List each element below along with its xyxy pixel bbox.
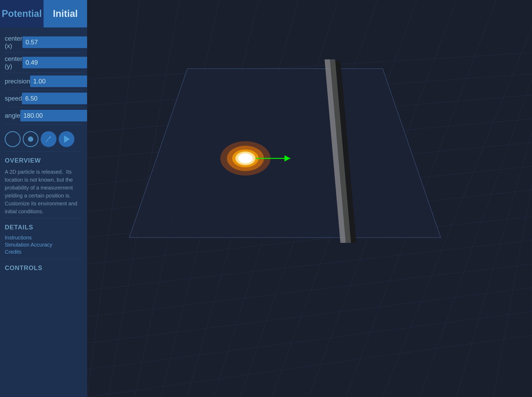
scene-3d <box>87 0 532 397</box>
controls-title: CONTROLS <box>5 264 82 272</box>
param-label-precision: precision <box>5 78 30 85</box>
circle-outline-button[interactable] <box>5 131 21 147</box>
credits-link[interactable]: Credits <box>5 249 82 255</box>
param-row-speed: speed <box>5 90 82 107</box>
main-3d-view[interactable] <box>87 0 532 397</box>
param-row-precision: precision <box>5 73 82 90</box>
control-buttons <box>0 127 87 151</box>
pencil-button[interactable] <box>41 131 56 147</box>
details-title: DETAILS <box>5 224 82 231</box>
controls-section: CONTROLS <box>0 259 87 278</box>
svg-line-1 <box>46 141 46 142</box>
tab-initial[interactable]: Initial <box>44 0 87 27</box>
circle-dot-button[interactable] <box>23 131 39 147</box>
instructions-link[interactable]: Instructions <box>5 235 82 241</box>
simulation-accuracy-link[interactable]: Simulation Accuracy <box>5 242 82 248</box>
tab-potential-label: Potential <box>2 8 42 19</box>
param-label-angle: angle <box>5 112 20 119</box>
pencil-icon <box>45 135 52 143</box>
details-section: DETAILS Instructions Simulation Accuracy… <box>0 218 87 259</box>
sidebar: Potential Initial center (x) center (y) … <box>0 0 87 397</box>
params-section: center (x) center (y) precision speed an… <box>0 27 87 127</box>
tab-initial-label: Initial <box>53 8 78 19</box>
overview-text: A 2D particle is released. Its location … <box>5 168 82 215</box>
param-label-center-x: center (x) <box>5 35 22 50</box>
tab-potential[interactable]: Potential <box>0 0 44 27</box>
tab-bar: Potential Initial <box>0 0 87 27</box>
overview-section: OVERVIEW A 2D particle is released. Its … <box>0 152 87 218</box>
svg-point-2 <box>49 136 51 138</box>
param-row-angle: angle <box>5 107 82 124</box>
param-row-center-x: center (x) <box>5 32 82 53</box>
param-row-center-y: center (y) <box>5 53 82 73</box>
overview-title: OVERVIEW <box>5 157 82 164</box>
param-label-speed: speed <box>5 95 22 102</box>
play-icon <box>64 135 70 143</box>
svg-point-40 <box>238 153 253 163</box>
play-button[interactable] <box>59 131 74 147</box>
param-label-center-y: center (y) <box>5 55 22 70</box>
